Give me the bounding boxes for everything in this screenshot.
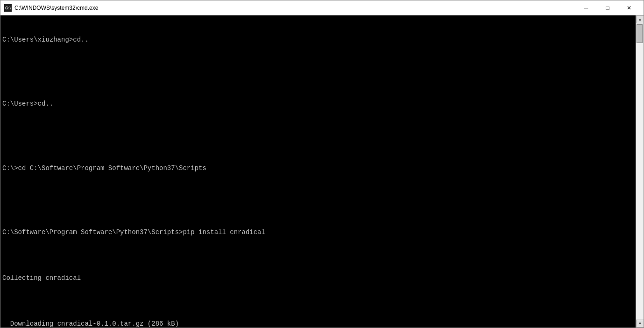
- scroll-track[interactable]: [636, 23, 644, 320]
- minimize-button[interactable]: ─: [575, 0, 597, 15]
- scroll-up-button[interactable]: ▲: [636, 15, 644, 23]
- title-bar: C:\ C:\WINDOWS\system32\cmd.exe ─ □ ✕: [0, 0, 644, 15]
- close-button[interactable]: ✕: [618, 0, 640, 15]
- window-controls: ─ □ ✕: [575, 0, 640, 15]
- scroll-thumb[interactable]: [637, 24, 643, 43]
- line-2: C:\Users>cd..: [2, 100, 634, 109]
- content-area: C:\Users\xiuzhang>cd.. C:\Users>cd.. C:\…: [0, 15, 644, 328]
- cmd-icon: C:\: [4, 4, 12, 12]
- line-4: C:\Software\Program Software\Python37\Sc…: [2, 228, 634, 237]
- scroll-down-button[interactable]: ▼: [636, 320, 644, 328]
- line-3: C:\>cd C:\Software\Program Software\Pyth…: [2, 164, 634, 173]
- line-collecting: Collecting cnradical: [2, 274, 634, 283]
- window-title: C:\WINDOWS\system32\cmd.exe: [14, 5, 575, 11]
- maximize-button[interactable]: □: [597, 0, 618, 15]
- cmd-window: C:\ C:\WINDOWS\system32\cmd.exe ─ □ ✕ C:…: [0, 0, 644, 328]
- terminal-output[interactable]: C:\Users\xiuzhang>cd.. C:\Users>cd.. C:\…: [0, 15, 636, 328]
- line-downloading: Downloading cnradical-0.1.0.tar.gz (286 …: [2, 320, 634, 328]
- scrollbar[interactable]: ▲ ▼: [636, 15, 644, 328]
- line-1: C:\Users\xiuzhang>cd..: [2, 36, 634, 45]
